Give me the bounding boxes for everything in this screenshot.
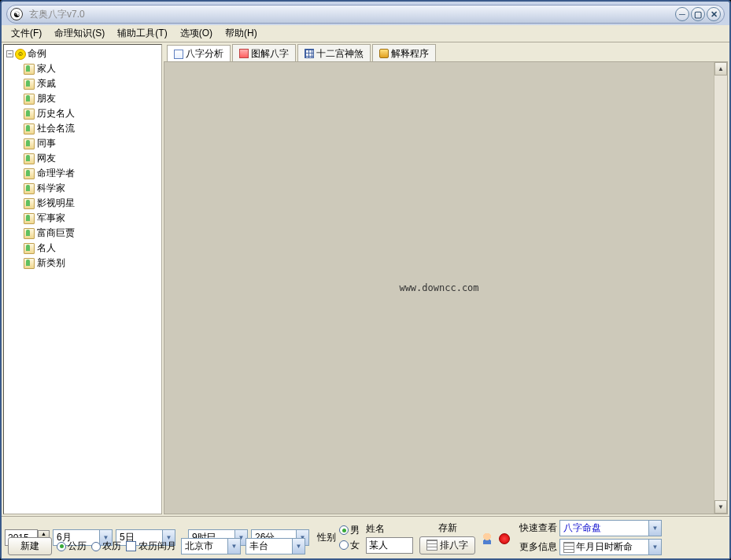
tree-item[interactable]: 影视明星 xyxy=(23,196,160,211)
tab-bar: 八字分析 图解八字 十二宫神煞 解释程序 xyxy=(164,44,728,61)
menu-options[interactable]: 选项(O) xyxy=(174,25,219,42)
year-up-button[interactable]: ▲ xyxy=(38,530,50,538)
grid-icon xyxy=(305,49,314,58)
tree-root[interactable]: − ☺ 命例 xyxy=(6,46,160,61)
folder-person-icon xyxy=(24,168,35,179)
scroll-track[interactable] xyxy=(714,76,727,500)
radio-icon xyxy=(339,540,349,550)
paibazi-button[interactable]: 排八字 xyxy=(419,536,475,554)
quickview-combobox[interactable]: 八字命盘▼ xyxy=(559,520,662,536)
folder-person-icon xyxy=(24,79,35,90)
scroll-down-button[interactable]: ▼ xyxy=(714,500,727,514)
app-icon: ☯ xyxy=(10,8,23,20)
tab-shiergong[interactable]: 十二宫神煞 xyxy=(297,44,371,61)
chevron-down-icon[interactable]: ▼ xyxy=(227,539,240,554)
calendar-solar-radio[interactable]: 公历 xyxy=(57,540,87,553)
chevron-down-icon[interactable]: ▼ xyxy=(648,521,661,536)
menu-help[interactable]: 帮助(H) xyxy=(219,25,264,42)
folder-person-icon xyxy=(24,228,35,239)
lunar-leap-checkbox[interactable]: 农历闰月 xyxy=(126,540,176,553)
chevron-down-icon[interactable]: ▼ xyxy=(292,539,305,554)
main-area: 八字分析 图解八字 十二宫神煞 解释程序 www.downcc.com ▲ ▼ xyxy=(164,44,728,514)
radio-icon xyxy=(57,542,66,551)
window-controls: ─ ▢ ✕ xyxy=(675,7,721,21)
moreinfo-label: 更多信息 xyxy=(519,540,557,554)
tree-item[interactable]: 网友 xyxy=(23,151,160,166)
stop-icon[interactable] xyxy=(499,533,510,544)
tree-item[interactable]: 科学家 xyxy=(23,181,160,196)
folder-person-icon xyxy=(24,153,35,164)
new-button[interactable]: 新建 xyxy=(8,537,52,555)
folder-person-icon xyxy=(24,258,35,269)
gender-label: 性别 xyxy=(317,531,336,544)
tree-item[interactable]: 同事 xyxy=(23,136,160,151)
menu-tools[interactable]: 辅助工具(T) xyxy=(111,25,173,42)
tree-item[interactable]: 富商巨贾 xyxy=(23,226,160,241)
app-window: ☯ 玄奥八字v7.0 ─ ▢ ✕ 文件(F) 命理知识(S) 辅助工具(T) 选… xyxy=(0,0,731,560)
name-input[interactable] xyxy=(366,537,413,554)
window-title: 玄奥八字v7.0 xyxy=(29,8,675,21)
folder-person-icon xyxy=(24,198,35,209)
tree-item[interactable]: 军事家 xyxy=(23,211,160,226)
tree-item[interactable]: 亲戚 xyxy=(23,76,160,91)
tree-root-label: 命例 xyxy=(28,47,46,61)
tree-item[interactable]: 朋友 xyxy=(23,91,160,106)
chevron-down-icon[interactable]: ▼ xyxy=(648,540,661,554)
folder-person-icon xyxy=(24,94,35,105)
bottom-toolbar: ▲ ▼ 6月▼ 5日▼ 9时巳▼ 26分▼ 性别 男 女 姓名 存新 排八字 xyxy=(2,516,729,558)
district-combobox[interactable]: 丰台▼ xyxy=(246,538,305,554)
sidebar-tree[interactable]: − ☺ 命例 家人 亲戚 朋友 历史名人 社会名流 同事 网友 命理学者 科学家… xyxy=(3,44,162,514)
folder-person-icon xyxy=(24,64,35,75)
tree-item[interactable]: 命理学者 xyxy=(23,166,160,181)
person-icon[interactable] xyxy=(482,533,493,544)
content-watermark: www.downcc.com xyxy=(164,62,714,514)
menubar: 文件(F) 命理知识(S) 辅助工具(T) 选项(O) 帮助(H) xyxy=(2,25,729,42)
moreinfo-combobox[interactable]: 年月日时断命▼ xyxy=(559,539,662,555)
tree-item[interactable]: 历史名人 xyxy=(23,106,160,121)
gender-male-radio[interactable]: 男 xyxy=(339,524,360,537)
calendar-lunar-radio[interactable]: 农历 xyxy=(91,540,121,553)
tree-collapse-icon[interactable]: − xyxy=(6,50,13,57)
app-body: − ☺ 命例 家人 亲戚 朋友 历史名人 社会名流 同事 网友 命理学者 科学家… xyxy=(2,42,729,516)
checkbox-icon xyxy=(126,541,136,551)
save-label: 存新 xyxy=(438,521,457,535)
calendar-icon xyxy=(563,542,574,553)
folder-person-icon xyxy=(24,109,35,120)
tab-tujie-bazi[interactable]: 图解八字 xyxy=(232,44,296,61)
minimize-button[interactable]: ─ xyxy=(675,7,689,21)
maximize-button[interactable]: ▢ xyxy=(691,7,705,21)
tree-item[interactable]: 家人 xyxy=(23,61,160,76)
menu-mingli[interactable]: 命理知识(S) xyxy=(48,25,111,42)
vertical-scrollbar[interactable]: ▲ ▼ xyxy=(714,62,727,514)
tab-bazi-analysis[interactable]: 八字分析 xyxy=(167,45,231,62)
close-button[interactable]: ✕ xyxy=(707,7,721,21)
titlebar: ☯ 玄奥八字v7.0 ─ ▢ ✕ xyxy=(6,5,725,24)
folder-person-icon xyxy=(24,138,35,149)
tree-children: 家人 亲戚 朋友 历史名人 社会名流 同事 网友 命理学者 科学家 影视明星 军… xyxy=(23,61,160,271)
picture-icon xyxy=(239,49,249,58)
radio-icon xyxy=(339,525,349,535)
tree-item[interactable]: 新类别 xyxy=(23,256,160,271)
document-icon xyxy=(174,50,183,59)
scroll-up-button[interactable]: ▲ xyxy=(714,62,727,76)
tree-item[interactable]: 社会名流 xyxy=(23,121,160,136)
tree-item[interactable]: 名人 xyxy=(23,241,160,256)
menu-file[interactable]: 文件(F) xyxy=(5,25,48,42)
folder-person-icon xyxy=(24,213,35,224)
folder-person-icon xyxy=(24,183,35,194)
name-label: 姓名 xyxy=(366,522,413,536)
quickview-label: 快速查看 xyxy=(519,521,557,535)
gender-female-radio[interactable]: 女 xyxy=(339,539,360,552)
tab-jieshi[interactable]: 解释程序 xyxy=(372,44,436,61)
folder-person-icon xyxy=(24,123,35,134)
calendar-icon xyxy=(426,540,437,551)
radio-icon xyxy=(91,542,101,551)
content-panel: www.downcc.com ▲ ▼ xyxy=(164,61,728,514)
smiley-icon: ☺ xyxy=(15,49,26,60)
city-combobox[interactable]: 北京市▼ xyxy=(181,538,241,554)
folder-person-icon xyxy=(24,243,35,254)
explain-icon xyxy=(379,49,389,58)
